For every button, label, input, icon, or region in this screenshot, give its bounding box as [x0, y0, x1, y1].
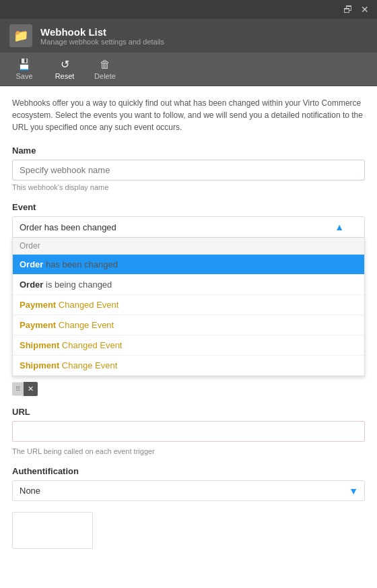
event-item-strong-3: Payment — [20, 300, 56, 310]
event-item-strong-2: Order — [20, 280, 43, 290]
name-label: Name — [12, 145, 365, 156]
event-label: Event — [12, 202, 365, 212]
header-icon: 📁 — [9, 24, 32, 47]
event-item-shipment-changed[interactable]: Shipment Changed Event — [13, 335, 364, 356]
description-text: Webhooks offer you a way to quickly find… — [12, 97, 365, 133]
url-field-group: URL The URL being called on each event t… — [12, 407, 365, 455]
event-dropdown-arrow: ▲ — [335, 222, 344, 232]
header-subtitle: Manage webhook settings and details — [40, 38, 164, 46]
name-input[interactable] — [12, 160, 365, 181]
event-group-label: Order — [13, 238, 364, 255]
name-hint: This webhook's display name — [12, 183, 365, 191]
event-item-payment-change[interactable]: Payment Change Event — [13, 315, 364, 335]
url-label: URL — [12, 407, 365, 417]
save-icon: 💾 — [18, 58, 31, 71]
text-area-box — [12, 512, 93, 549]
toolbar: 💾 Save ↺ Reset 🗑 Delete — [0, 53, 377, 86]
title-bar: 🗗 ✕ — [0, 0, 377, 19]
event-item-strong-4: Payment — [20, 320, 56, 330]
delete-icon: 🗑 — [100, 59, 110, 71]
event-selected-value: Order has been changed — [20, 222, 116, 232]
auth-dropdown: None Basic Bearer Token ▼ — [12, 480, 365, 501]
event-item-text-4: Change Event — [56, 320, 114, 330]
tag-grip: ⠿ — [12, 383, 24, 395]
save-button[interactable]: 💾 Save — [9, 55, 39, 83]
event-select-display[interactable]: Order has been changed ▲ — [12, 216, 365, 238]
url-hint: The URL being called on each event trigg… — [12, 447, 365, 455]
tags-area: ⠿ ✕ — [12, 379, 365, 399]
name-field-group: Name This webhook's display name — [12, 145, 365, 191]
event-item-shipment-change[interactable]: Shipment Change Event — [13, 356, 364, 376]
reset-icon: ↺ — [61, 58, 69, 71]
content: Webhooks offer you a way to quickly find… — [0, 86, 377, 588]
event-item-text-1: has been changed — [43, 259, 118, 269]
event-item-order-being-changed[interactable]: Order is being changed — [13, 275, 364, 295]
save-label: Save — [15, 72, 32, 80]
event-dropdown-list: Order Order has been changed Order is be… — [12, 238, 365, 377]
event-item-text-2: is being changed — [43, 280, 112, 290]
header-text: Webhook List Manage webhook settings and… — [40, 26, 164, 46]
delete-label: Delete — [94, 72, 116, 80]
event-item-strong-5: Shipment — [20, 340, 59, 350]
restore-button[interactable]: 🗗 — [339, 3, 357, 15]
auth-label: Authentification — [12, 466, 365, 476]
auth-select[interactable]: None Basic Bearer Token — [12, 480, 365, 501]
event-item-strong-6: Shipment — [20, 360, 59, 370]
event-item-strong-1: Order — [20, 259, 43, 269]
event-item-payment-changed[interactable]: Payment Changed Event — [13, 295, 364, 315]
header-title: Webhook List — [40, 26, 164, 38]
delete-button[interactable]: 🗑 Delete — [90, 56, 120, 83]
auth-field-group: Authentification None Basic Bearer Token… — [12, 466, 365, 501]
event-item-text-3: Changed Event — [56, 300, 118, 310]
tag-remove-button[interactable]: ✕ — [24, 382, 38, 396]
event-item-text-6: Change Event — [59, 360, 117, 370]
event-field-group: Event Order has been changed ▲ Order Ord… — [12, 202, 365, 377]
reset-label: Reset — [55, 72, 75, 80]
event-item-text-5: Changed Event — [59, 340, 122, 350]
close-button[interactable]: ✕ — [357, 3, 373, 15]
url-input[interactable] — [12, 421, 365, 442]
reset-button[interactable]: ↺ Reset — [50, 55, 79, 83]
event-tag: ⠿ ✕ — [12, 382, 38, 396]
header: 📁 Webhook List Manage webhook settings a… — [0, 19, 377, 53]
folder-icon: 📁 — [13, 28, 28, 43]
event-item-order-changed[interactable]: Order has been changed — [13, 255, 364, 275]
